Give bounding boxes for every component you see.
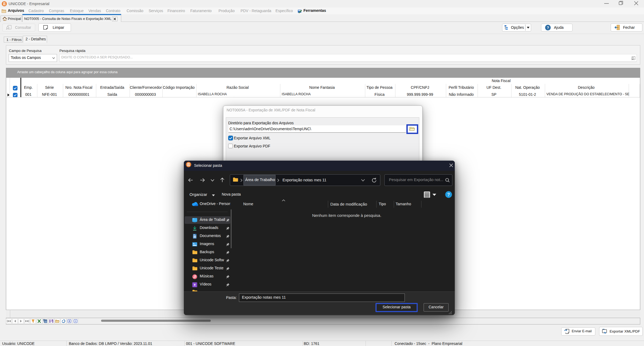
svg-text:?: ?: [447, 192, 450, 197]
svg-text:?: ?: [547, 26, 549, 30]
